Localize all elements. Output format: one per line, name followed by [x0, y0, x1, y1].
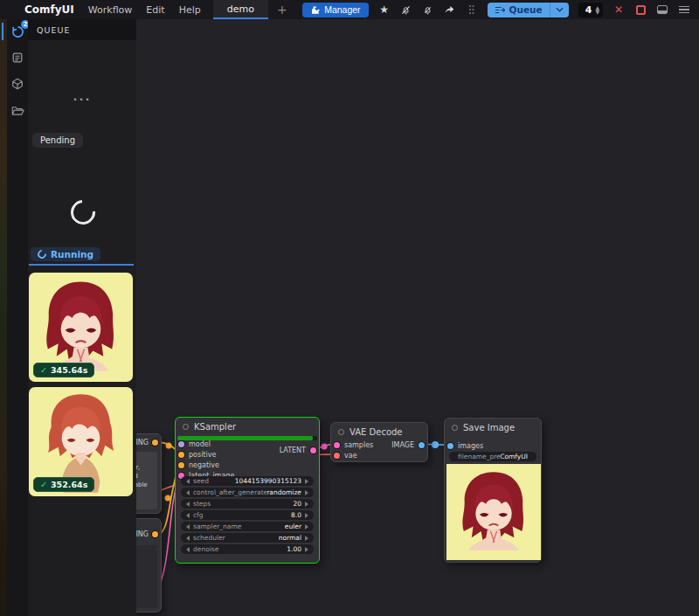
new-workflow-tab-button[interactable]: +	[277, 3, 287, 17]
star-icon[interactable]: ★	[378, 3, 391, 16]
save-image-node[interactable]: Save Image images filename_prefix ComfyU…	[444, 418, 542, 563]
clear-queue-button[interactable]: ✕	[612, 3, 625, 16]
stop-button[interactable]	[634, 3, 647, 16]
chevron-down-icon	[556, 7, 564, 12]
cube-icon	[11, 78, 24, 90]
share-icon[interactable]	[444, 3, 456, 16]
comfyui-logo[interactable]: ComfyUI	[24, 3, 74, 16]
menu-workflow[interactable]: Workflow	[88, 4, 133, 16]
input-vae[interactable]: vae	[334, 451, 357, 460]
negative-port-dot[interactable]	[178, 462, 184, 468]
batch-count-stepper[interactable]: 4 ▲▼	[578, 3, 603, 17]
share-arrow-glyph	[444, 4, 455, 15]
increment-icon[interactable]	[305, 502, 308, 507]
node-title: VAE Decode	[350, 427, 403, 437]
decrement-icon[interactable]	[186, 490, 190, 495]
port-label: vae	[344, 452, 357, 460]
output-image[interactable]: IMAGE	[391, 440, 425, 449]
seed-widget[interactable]: seed1044153990315123	[181, 476, 314, 486]
collapse-dot-icon[interactable]	[183, 424, 189, 430]
decrement-icon[interactable]	[186, 479, 190, 484]
queue-more-indicator[interactable]: ···	[28, 93, 136, 106]
bell-slash-icon[interactable]	[400, 3, 412, 16]
image-output-dot[interactable]	[419, 442, 425, 448]
decrement-icon[interactable]	[186, 502, 190, 507]
port-label: samples	[344, 441, 373, 449]
queue-job-thumbnail[interactable]: ✓ 352.64s	[29, 387, 133, 496]
vae-port-dot[interactable]	[334, 453, 340, 459]
increment-icon[interactable]	[305, 524, 308, 529]
queue-run-button[interactable]: Queue	[488, 3, 550, 17]
decrement-icon[interactable]	[186, 524, 190, 529]
ksampler-node[interactable]: KSampler model positive negative latent_…	[175, 417, 320, 564]
increment-icon[interactable]	[305, 479, 308, 484]
wire-midpoint-dot[interactable]	[165, 495, 171, 502]
wire-midpoint-dot[interactable]	[166, 443, 172, 449]
control-after-generate-widget[interactable]: control_after_generaterandomize	[181, 488, 314, 497]
filename-prefix-widget[interactable]: filename_prefix ComfyUI	[449, 452, 536, 461]
images-port-dot[interactable]	[447, 443, 453, 449]
output-latent[interactable]: LATENT	[280, 446, 316, 454]
check-icon: ✓	[40, 365, 47, 375]
sidebar-icon-rail: 2	[7, 19, 28, 616]
steps-widget[interactable]: steps20	[181, 499, 314, 509]
sidebar-tab-queue[interactable]: 2	[9, 23, 26, 40]
wire-midpoint-dot[interactable]	[432, 441, 439, 448]
list-document-icon	[11, 52, 24, 64]
manager-button[interactable]: Manager	[302, 3, 368, 17]
generated-image-preview[interactable]	[446, 464, 541, 560]
latent-output-dot[interactable]	[310, 447, 316, 453]
conditioning-port-dot[interactable]	[152, 531, 158, 537]
input-images[interactable]: images	[447, 441, 483, 450]
input-positive[interactable]: positive	[178, 450, 216, 459]
workflow-tab-demo[interactable]: demo	[213, 0, 268, 19]
sidebar-tab-workflows[interactable]	[9, 101, 26, 119]
menu-edit[interactable]: Edit	[146, 4, 164, 16]
save-image-header[interactable]: Save Image	[445, 419, 541, 435]
increment-icon[interactable]	[305, 536, 308, 541]
increment-icon[interactable]	[305, 513, 308, 518]
bell-slash-alt-icon[interactable]	[422, 3, 434, 16]
decrement-icon[interactable]	[186, 513, 190, 518]
sidebar-tab-model-library[interactable]	[9, 75, 26, 93]
increment-icon[interactable]	[305, 547, 308, 552]
increment-icon[interactable]	[305, 490, 308, 495]
collapse-dot-icon[interactable]	[452, 425, 458, 431]
positive-port-dot[interactable]	[178, 452, 184, 458]
queue-job-thumbnail[interactable]: ✓ 345.64s	[29, 273, 133, 382]
conditioning-port-dot[interactable]	[152, 440, 158, 446]
top-menu-bar: ComfyUI Workflow Edit Help demo + Manage…	[0, 0, 699, 19]
ksampler-header[interactable]: KSampler	[176, 418, 319, 434]
job-duration-badge: ✓ 345.64s	[33, 363, 94, 377]
drag-dots-glyph	[468, 4, 474, 15]
bottom-panel-toggle[interactable]	[656, 3, 668, 16]
panel-title: QUEUE	[28, 19, 136, 40]
model-port-dot[interactable]	[178, 441, 184, 447]
vae-decode-header[interactable]: VAE Decode	[331, 423, 427, 440]
cfg-widget[interactable]: cfg8.0	[181, 510, 314, 520]
batch-count-value: 4	[585, 4, 592, 16]
queue-options-dropdown[interactable]	[550, 3, 569, 17]
running-underline	[29, 264, 134, 266]
stepper-arrows[interactable]: ▲▼	[595, 5, 599, 14]
wire-midpoint-dot[interactable]	[322, 444, 328, 450]
port-label: LATENT	[280, 446, 306, 454]
decrement-icon[interactable]	[186, 547, 190, 552]
collapse-dot-icon[interactable]	[338, 429, 344, 435]
stop-square-icon	[636, 5, 646, 15]
input-samples[interactable]: samples	[334, 440, 373, 449]
comfyui-app: NING th lor, ed itable NING KSampler	[0, 0, 699, 616]
denoise-widget[interactable]: denoise1.00	[181, 544, 314, 554]
main-menu-button[interactable]	[678, 3, 690, 16]
input-model[interactable]: model	[178, 440, 211, 448]
menu-help[interactable]: Help	[179, 4, 201, 16]
decrement-icon[interactable]	[186, 536, 190, 541]
sidebar-tab-logs[interactable]	[9, 49, 26, 66]
queue-sidebar-panel: QUEUE ··· Pending Running ✓ 345.64s	[28, 19, 136, 616]
vae-decode-node[interactable]: VAE Decode samples vae IMAGE	[330, 422, 428, 462]
scheduler-widget[interactable]: schedulernormal	[181, 533, 314, 543]
sampler-name-widget[interactable]: sampler_nameeuler	[181, 522, 314, 531]
samples-port-dot[interactable]	[334, 442, 340, 448]
drag-handle-icon[interactable]	[466, 3, 478, 16]
input-negative[interactable]: negative	[178, 460, 219, 469]
